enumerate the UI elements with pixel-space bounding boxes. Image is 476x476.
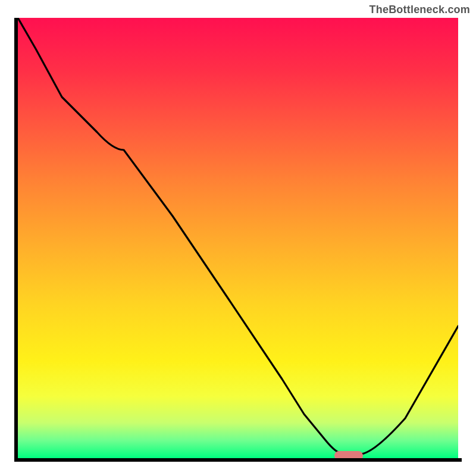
x-axis-line <box>18 458 462 462</box>
plot-area <box>18 18 458 458</box>
y-axis-line <box>14 18 18 462</box>
watermark-text: TheBottleneck.com <box>369 4 470 16</box>
chart-frame: TheBottleneck.com <box>0 0 476 476</box>
